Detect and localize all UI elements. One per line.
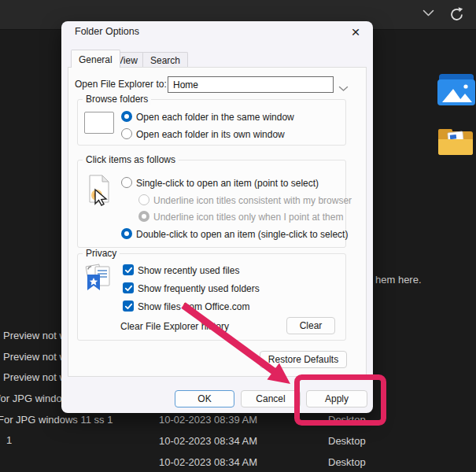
click-items-group: Click items as follows Single-click to o… xyxy=(77,160,346,248)
file-location: Desktop xyxy=(328,435,366,447)
radio-own-window[interactable] xyxy=(121,128,132,139)
pictures-folder-icon[interactable] xyxy=(437,72,476,109)
file-date: 10-02-2023 08:39 AM xyxy=(159,414,257,426)
privacy-group: Privacy Show recently use xyxy=(77,253,346,341)
documents-folder-icon[interactable] xyxy=(437,127,474,161)
open-to-combobox[interactable]: Home xyxy=(168,76,334,93)
privacy-legend: Privacy xyxy=(83,248,120,259)
screen: Preview not w Preview not w Preview not … xyxy=(0,0,476,472)
clear-button[interactable]: Clear xyxy=(286,317,335,334)
cancel-button[interactable]: Cancel xyxy=(241,390,301,407)
radio-underline-point-label: Underline icon titles only when I point … xyxy=(153,212,343,223)
tab-general[interactable]: General xyxy=(71,50,120,68)
folder-options-dialog: Folder Options × General View Search Ope… xyxy=(61,21,373,413)
radio-same-window-label: Open each folder in the same window xyxy=(136,112,294,123)
checkbox-recent-files-label: Show recently used files xyxy=(138,265,239,276)
radio-underline-point xyxy=(138,211,149,222)
checkbox-recent-files[interactable] xyxy=(123,264,134,275)
tab-search[interactable]: Search xyxy=(142,52,188,68)
file-location: Desktop xyxy=(328,456,366,468)
hint-text-fragment: hem here. xyxy=(375,274,422,286)
combobox-chevron-icon[interactable] xyxy=(338,81,349,95)
radio-own-window-label: Open each folder in its own window xyxy=(136,129,285,140)
radio-single-click[interactable] xyxy=(121,177,132,188)
file-name[interactable]: For JPG windows 11 ss 1 xyxy=(0,414,113,426)
browse-folders-legend: Browse folders xyxy=(83,94,151,105)
checkbox-office-files-label: Show files from Office.com xyxy=(138,301,250,312)
folder-window-icon xyxy=(84,112,114,134)
click-pointer-icon xyxy=(87,175,113,212)
file-name[interactable]: for JPG windo xyxy=(0,393,62,404)
click-items-legend: Click items as follows xyxy=(83,154,179,165)
checkbox-frequent-folders[interactable] xyxy=(123,282,134,293)
radio-double-click[interactable] xyxy=(121,228,132,239)
radio-double-click-label: Double-click to open an item (single-cli… xyxy=(136,229,348,240)
radio-single-click-label: Single-click to open an item (point to s… xyxy=(136,178,319,189)
radio-underline-browser xyxy=(138,194,149,205)
open-to-label: Open File Explorer to: xyxy=(75,79,167,90)
refresh-icon[interactable] xyxy=(448,6,465,23)
ok-button[interactable]: OK xyxy=(175,390,234,407)
file-name[interactable]: Preview not w xyxy=(3,351,67,363)
clear-history-label: Clear File Explorer history xyxy=(120,321,229,332)
file-name[interactable]: Preview not w xyxy=(3,371,67,383)
apply-button[interactable]: Apply xyxy=(306,390,367,407)
chevron-down-icon[interactable] xyxy=(422,9,434,17)
checkbox-frequent-folders-label: Show frequently used folders xyxy=(138,283,260,294)
file-name[interactable]: Preview not w xyxy=(3,330,67,341)
file-location: Desktop xyxy=(328,414,366,426)
radio-underline-browser-label: Underline icon titles consistent with my… xyxy=(153,195,352,206)
radio-same-window[interactable] xyxy=(121,111,132,122)
file-date: 10-02-2023 08:34 AM xyxy=(159,435,257,447)
dialog-title: Folder Options xyxy=(75,26,139,37)
close-icon[interactable]: × xyxy=(345,23,366,42)
file-date: 10-02-2023 08:34 AM xyxy=(159,456,257,468)
recent-files-icon xyxy=(84,262,114,298)
checkbox-office-files[interactable] xyxy=(123,301,134,312)
file-name[interactable]: 1 xyxy=(6,434,12,446)
restore-defaults-button[interactable]: Restore Defaults xyxy=(260,351,347,368)
browse-folders-group: Browse folders Open each folder in the s… xyxy=(77,99,346,146)
